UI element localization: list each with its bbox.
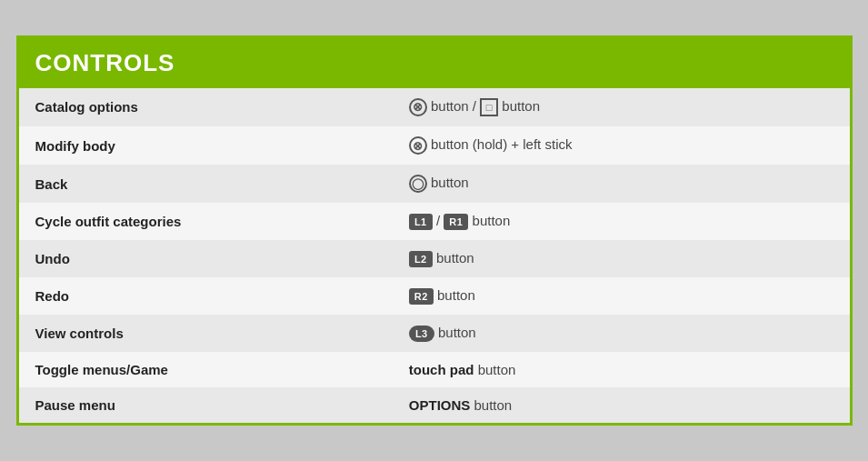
control-binding: OPTIONS button	[393, 387, 850, 423]
control-binding: L1 / R1 button	[393, 203, 850, 240]
table-row: RedoR2 button	[19, 277, 850, 315]
controls-header: CONTROLS	[19, 38, 850, 88]
bold-control-label: touch pad	[409, 362, 474, 377]
x-button-icon: ⊗	[409, 136, 427, 155]
bold-control-label: OPTIONS	[409, 397, 471, 413]
table-row: UndoL2 button	[19, 240, 850, 277]
action-label: Back	[19, 165, 393, 203]
control-binding: L3 button	[393, 315, 850, 352]
control-binding: ⊗ button (hold) + left stick	[393, 126, 850, 165]
controls-table: Catalog options⊗ button / □ buttonModify…	[19, 88, 850, 423]
control-binding: ⊗ button / □ button	[393, 88, 850, 126]
action-label: Modify body	[19, 126, 393, 165]
slash-separator: /	[433, 213, 444, 228]
action-label: Toggle menus/Game	[19, 352, 393, 387]
table-row: Back◯ button	[19, 165, 850, 203]
control-binding: L2 button	[393, 240, 850, 277]
control-binding: ◯ button	[393, 165, 850, 203]
action-label: View controls	[19, 315, 393, 352]
action-label: Pause menu	[19, 387, 393, 423]
table-row: Pause menuOPTIONS button	[19, 387, 850, 423]
table-row: Cycle outfit categoriesL1 / R1 button	[19, 203, 850, 240]
table-row: Toggle menus/Gametouch pad button	[19, 352, 850, 387]
control-binding: touch pad button	[393, 352, 850, 387]
square-button-icon: □	[480, 98, 498, 116]
circle-button-icon: ◯	[409, 175, 427, 193]
l3-badge: L3	[409, 326, 434, 342]
table-row: Catalog options⊗ button / □ button	[19, 88, 850, 126]
action-label: Redo	[19, 277, 393, 315]
table-row: Modify body⊗ button (hold) + left stick	[19, 126, 850, 165]
table-row: View controlsL3 button	[19, 315, 850, 352]
control-binding: R2 button	[393, 277, 850, 315]
x-button-icon: ⊗	[409, 98, 427, 116]
l1-badge: L1	[409, 214, 433, 230]
action-label: Cycle outfit categories	[19, 203, 393, 240]
action-label: Catalog options	[19, 88, 393, 126]
trigger-badge: R2	[409, 288, 434, 305]
controls-title: CONTROLS	[35, 49, 175, 76]
trigger-badge: L2	[409, 251, 433, 267]
r1-badge: R1	[444, 214, 468, 230]
action-label: Undo	[19, 240, 393, 277]
controls-panel: CONTROLS Catalog options⊗ button / □ but…	[16, 35, 853, 426]
